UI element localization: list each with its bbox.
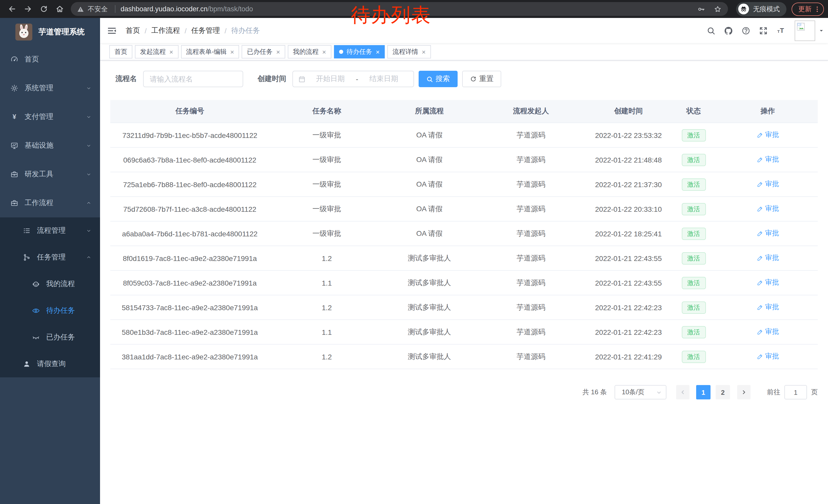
approve-label: 审批 (765, 155, 779, 164)
close-icon[interactable]: × (422, 48, 425, 55)
url-bar[interactable]: 不安全 dashboard.yudao.iocoder.cn /bpm/task… (71, 2, 728, 16)
page-button-1[interactable]: 1 (696, 385, 710, 400)
tab-label: 我的流程 (293, 47, 319, 56)
browser-menu-icon[interactable] (814, 5, 821, 12)
cell-process: 测试多审批人 (384, 352, 474, 361)
cell-action: 审批 (718, 180, 818, 189)
avatar[interactable] (795, 20, 815, 41)
update-button[interactable]: 更新 (792, 2, 824, 16)
approve-link[interactable]: 审批 (756, 278, 779, 287)
approve-link[interactable]: 审批 (756, 180, 779, 189)
tab-initiate-process[interactable]: 发起流程× (135, 45, 178, 58)
bookmark-star-icon[interactable] (714, 5, 722, 13)
sidebar-item-my-processes[interactable]: 我的流程 (0, 271, 100, 297)
svg-text:T: T (780, 27, 784, 34)
table-row: a6aba0a4-7b6d-11ec-b781-acde48001122一级审批… (110, 222, 818, 246)
cell-process: 测试多审批人 (384, 303, 474, 312)
tab-home[interactable]: 首页 (109, 45, 132, 58)
approve-link[interactable]: 审批 (756, 352, 779, 361)
sidebar-item-leave-query[interactable]: 请假查询 (0, 351, 100, 377)
sidebar-item-payment-management[interactable]: ¥支付管理 (0, 102, 100, 131)
end-date-placeholder[interactable]: 结束日期 (359, 74, 408, 84)
sidebar-menu: 首页系统管理¥支付管理基础设施研发工具工作流程流程管理任务管理我的流程待办任务已… (0, 45, 100, 377)
cell-initiator: 芋道源码 (474, 180, 587, 189)
breadcrumb-item[interactable]: 工作流程 (151, 26, 180, 35)
status-badge: 激活 (681, 252, 706, 264)
sidebar-item-done-tasks[interactable]: 已办任务 (0, 324, 100, 351)
page-size-select[interactable]: 10条/页 (615, 385, 666, 400)
security-label[interactable]: 不安全 (88, 4, 108, 13)
tree-icon (23, 253, 31, 262)
font-size-icon[interactable]: TT (776, 26, 785, 35)
sidebar-item-home[interactable]: 首页 (0, 45, 100, 74)
url-host: dashboard.yudao.iocoder.cn (121, 5, 208, 13)
forward-icon[interactable] (24, 5, 32, 13)
cell-status: 激活 (669, 326, 718, 338)
approve-label: 审批 (765, 327, 779, 336)
chevron-right-icon (741, 389, 747, 395)
tab-process-form-edit[interactable]: 流程表单-编辑× (181, 45, 239, 58)
cell-create-time: 2022-01-22 23:53:32 (587, 131, 669, 139)
start-date-placeholder[interactable]: 开始日期 (306, 74, 355, 84)
tab-process-detail[interactable]: 流程详情× (387, 45, 431, 58)
close-icon[interactable]: × (322, 48, 326, 55)
approve-link[interactable]: 审批 (756, 229, 779, 238)
sidebar-item-system-management[interactable]: 系统管理 (0, 74, 100, 102)
help-icon[interactable] (741, 26, 750, 35)
cell-task-name: 一级审批 (269, 229, 384, 238)
pagination: 共 16 条 10条/页 12 前往 (110, 385, 818, 400)
page-buttons: 12 (696, 385, 735, 400)
cell-create-time: 2022-01-22 20:33:10 (587, 205, 669, 213)
cell-create-time: 2022-01-22 18:25:41 (587, 229, 669, 238)
approve-link[interactable]: 审批 (756, 131, 779, 140)
search-icon[interactable] (706, 26, 716, 35)
table-header: 任务编号任务名称所属流程流程发起人创建时间状态操作 (110, 100, 818, 123)
fullscreen-icon[interactable] (759, 26, 768, 35)
hamburger-icon[interactable] (107, 26, 117, 36)
logo[interactable]: 芋道管理系统 (0, 18, 100, 46)
gauge-icon (10, 55, 18, 63)
sidebar-item-process-management[interactable]: 流程管理 (0, 217, 100, 244)
github-icon[interactable] (724, 26, 733, 35)
sidebar-item-workflow[interactable]: 工作流程 (0, 189, 100, 217)
next-page-button[interactable] (737, 385, 750, 400)
breadcrumb-item[interactable]: 首页 (126, 26, 140, 35)
process-name-input[interactable] (143, 71, 243, 87)
filter-form: 流程名 创建时间 开始日期 - 结束日期 搜索 (115, 71, 818, 87)
edit-icon (756, 205, 763, 212)
reload-icon[interactable] (40, 5, 48, 13)
close-icon[interactable]: × (169, 48, 173, 55)
tab-done-tasks[interactable]: 已办任务× (242, 45, 285, 58)
close-icon[interactable]: × (376, 48, 380, 55)
home-icon[interactable] (55, 5, 64, 13)
approve-link[interactable]: 审批 (756, 155, 779, 164)
cell-process: OA 请假 (384, 204, 474, 214)
password-key-icon[interactable] (697, 5, 705, 13)
approve-link[interactable]: 审批 (756, 327, 779, 336)
date-range-picker[interactable]: 开始日期 - 结束日期 (292, 71, 414, 87)
search-button[interactable]: 搜索 (419, 71, 458, 87)
sidebar-item-todo-tasks[interactable]: 待办任务 (0, 297, 100, 324)
sidebar-item-dev-tools[interactable]: 研发工具 (0, 160, 100, 189)
approve-link[interactable]: 审批 (756, 303, 779, 312)
reset-button[interactable]: 重置 (462, 71, 501, 87)
back-icon[interactable] (8, 5, 16, 13)
cell-process: 测试多审批人 (384, 327, 474, 336)
sidebar-item-task-management[interactable]: 任务管理 (0, 244, 100, 271)
goto-page-input[interactable] (784, 385, 807, 400)
chevron-down-icon (86, 85, 92, 91)
tab-todo-tasks[interactable]: 待办任务× (334, 45, 385, 58)
approve-link[interactable]: 审批 (756, 204, 779, 214)
prev-page-button[interactable] (676, 385, 690, 400)
avatar-caret-icon[interactable] (819, 28, 824, 33)
cell-action: 审批 (718, 352, 818, 362)
close-icon[interactable]: × (230, 48, 234, 55)
tab-my-processes[interactable]: 我的流程× (288, 45, 331, 58)
page-button-2[interactable]: 2 (716, 385, 730, 400)
cell-status: 激活 (669, 227, 718, 240)
close-icon[interactable]: × (276, 48, 280, 55)
approve-link[interactable]: 审批 (756, 254, 779, 263)
sidebar-item-infrastructure[interactable]: 基础设施 (0, 131, 100, 160)
cell-task-name: 1.1 (269, 328, 384, 336)
breadcrumb-item[interactable]: 任务管理 (191, 26, 220, 35)
